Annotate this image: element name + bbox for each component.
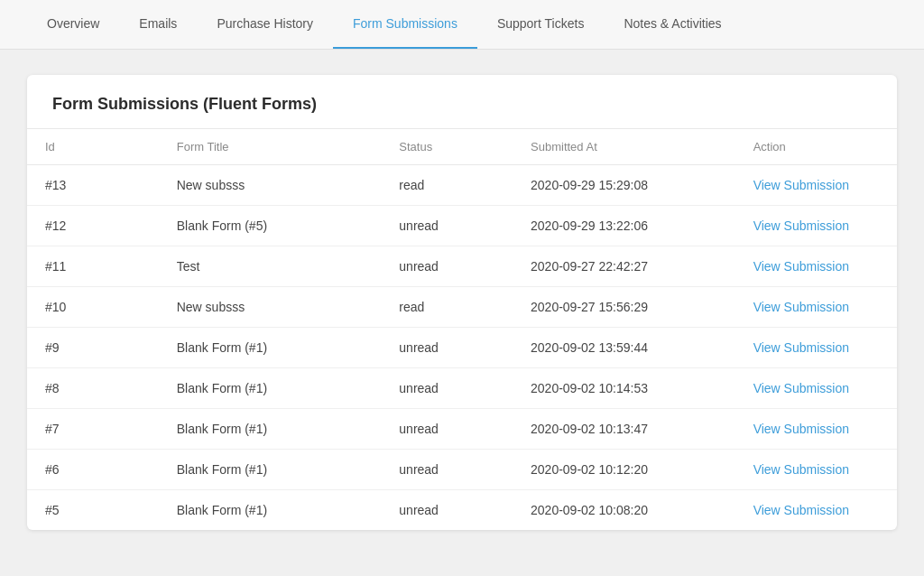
main-content: Form Submissions (Fluent Forms) Id Form … — [0, 50, 924, 555]
cell-status: read — [381, 287, 513, 328]
submissions-card: Form Submissions (Fluent Forms) Id Form … — [27, 75, 897, 530]
table-row: #6Blank Form (#1)unread2020-09-02 10:12:… — [27, 450, 897, 490]
cell-id: #12 — [27, 206, 159, 246]
cell-action: View Submission — [735, 368, 897, 409]
view-submission-link[interactable]: View Submission — [753, 178, 849, 192]
cell-form-title: New subsss — [159, 165, 382, 206]
card-header: Form Submissions (Fluent Forms) — [27, 75, 897, 128]
cell-id: #13 — [27, 165, 159, 206]
cell-submitted-at: 2020-09-02 10:14:53 — [513, 368, 735, 409]
tab-form-submissions[interactable]: Form Submissions — [333, 0, 477, 49]
cell-id: #6 — [27, 450, 159, 490]
table-row: #9Blank Form (#1)unread2020-09-02 13:59:… — [27, 328, 897, 368]
table-header-row: Id Form Title Status Submitted At Action — [27, 129, 897, 165]
cell-submitted-at: 2020-09-02 13:59:44 — [513, 328, 735, 368]
view-submission-link[interactable]: View Submission — [753, 503, 849, 517]
cell-action: View Submission — [735, 328, 897, 368]
page-container: Overview Emails Purchase History Form Su… — [0, 0, 924, 576]
cell-submitted-at: 2020-09-27 15:56:29 — [513, 287, 735, 328]
cell-form-title: Blank Form (#1) — [159, 409, 382, 450]
cell-status: unread — [381, 450, 513, 490]
cell-action: View Submission — [735, 165, 897, 206]
view-submission-link[interactable]: View Submission — [753, 259, 849, 274]
view-submission-link[interactable]: View Submission — [753, 422, 849, 436]
card-title: Form Submissions (Fluent Forms) — [52, 95, 872, 114]
cell-status: unread — [381, 328, 513, 368]
cell-id: #11 — [27, 246, 159, 287]
view-submission-link[interactable]: View Submission — [753, 381, 849, 395]
cell-status: read — [381, 165, 513, 206]
cell-action: View Submission — [735, 450, 897, 490]
col-header-submitted-at: Submitted At — [513, 129, 735, 165]
cell-submitted-at: 2020-09-02 10:13:47 — [513, 409, 735, 450]
table-row: #5Blank Form (#1)unread2020-09-02 10:08:… — [27, 490, 897, 531]
cell-form-title: Blank Form (#5) — [159, 206, 382, 246]
table-row: #11Testunread2020-09-27 22:42:27View Sub… — [27, 246, 897, 287]
cell-form-title: New subsss — [159, 287, 382, 328]
tab-notes-activities[interactable]: Notes & Activities — [604, 0, 741, 49]
tab-support-tickets[interactable]: Support Tickets — [477, 0, 605, 49]
view-submission-link[interactable]: View Submission — [753, 462, 849, 477]
cell-action: View Submission — [735, 409, 897, 450]
cell-submitted-at: 2020-09-02 10:12:20 — [513, 450, 735, 490]
view-submission-link[interactable]: View Submission — [753, 340, 849, 355]
table-row: #7Blank Form (#1)unread2020-09-02 10:13:… — [27, 409, 897, 450]
col-header-status: Status — [381, 129, 513, 165]
tab-overview[interactable]: Overview — [27, 0, 119, 49]
cell-submitted-at: 2020-09-29 15:29:08 — [513, 165, 735, 206]
cell-action: View Submission — [735, 287, 897, 328]
cell-form-title: Blank Form (#1) — [159, 368, 382, 409]
col-header-id: Id — [27, 129, 159, 165]
cell-action: View Submission — [735, 490, 897, 531]
cell-status: unread — [381, 206, 513, 246]
cell-id: #9 — [27, 328, 159, 368]
table-row: #13New subsssread2020-09-29 15:29:08View… — [27, 165, 897, 206]
view-submission-link[interactable]: View Submission — [753, 300, 849, 314]
view-submission-link[interactable]: View Submission — [753, 218, 849, 233]
cell-submitted-at: 2020-09-02 10:08:20 — [513, 490, 735, 531]
cell-status: unread — [381, 409, 513, 450]
cell-id: #8 — [27, 368, 159, 409]
cell-form-title: Blank Form (#1) — [159, 328, 382, 368]
cell-status: unread — [381, 490, 513, 531]
cell-action: View Submission — [735, 206, 897, 246]
cell-action: View Submission — [735, 246, 897, 287]
cell-form-title: Blank Form (#1) — [159, 450, 382, 490]
cell-status: unread — [381, 368, 513, 409]
cell-submitted-at: 2020-09-27 22:42:27 — [513, 246, 735, 287]
submissions-table: Id Form Title Status Submitted At Action… — [27, 128, 897, 530]
cell-id: #7 — [27, 409, 159, 450]
table-row: #8Blank Form (#1)unread2020-09-02 10:14:… — [27, 368, 897, 409]
tab-navigation: Overview Emails Purchase History Form Su… — [0, 0, 924, 50]
table-row: #12Blank Form (#5)unread2020-09-29 13:22… — [27, 206, 897, 246]
cell-submitted-at: 2020-09-29 13:22:06 — [513, 206, 735, 246]
tab-emails[interactable]: Emails — [119, 0, 197, 49]
col-header-form-title: Form Title — [159, 129, 382, 165]
cell-form-title: Test — [159, 246, 382, 287]
cell-status: unread — [381, 246, 513, 287]
table-row: #10New subsssread2020-09-27 15:56:29View… — [27, 287, 897, 328]
cell-id: #5 — [27, 490, 159, 531]
col-header-action: Action — [735, 129, 897, 165]
cell-form-title: Blank Form (#1) — [159, 490, 382, 531]
tab-purchase-history[interactable]: Purchase History — [197, 0, 333, 49]
cell-id: #10 — [27, 287, 159, 328]
